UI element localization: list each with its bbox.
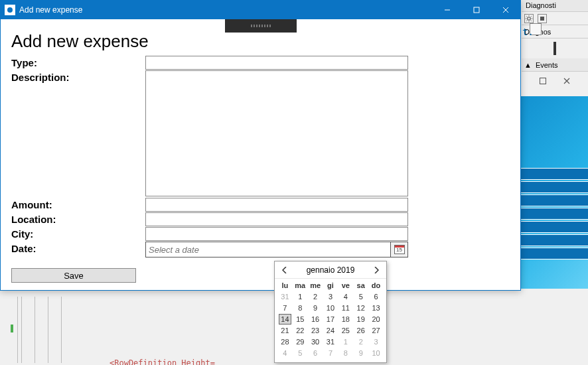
calendar-day[interactable]: 1 — [294, 291, 307, 302]
calendar-day[interactable]: 29 — [294, 336, 307, 347]
titlebar[interactable]: Add new expense — [1, 1, 520, 19]
calendar-dow: lu — [279, 280, 291, 291]
calendar-day[interactable]: 22 — [294, 325, 307, 336]
stop-icon[interactable] — [538, 14, 547, 23]
diagnostics-chart-placeholder — [522, 38, 588, 58]
calendar-day[interactable]: 31 — [325, 336, 337, 347]
calendar-day[interactable]: 24 — [325, 325, 337, 336]
calendar-day[interactable]: 15 — [294, 314, 307, 325]
calendar-day[interactable]: 10 — [370, 348, 382, 358]
calendar-day[interactable]: 6 — [370, 291, 382, 302]
calendar-day[interactable]: 4 — [279, 348, 291, 358]
svg-rect-1 — [540, 17, 544, 21]
gear-icon[interactable] — [524, 14, 534, 23]
svg-rect-5 — [474, 7, 479, 13]
date-picker-button[interactable] — [390, 242, 407, 257]
date-input[interactable] — [146, 242, 390, 257]
calendar-day[interactable]: 7 — [325, 348, 337, 358]
debug-toolbar[interactable] — [225, 19, 297, 33]
calendar-day[interactable]: 3 — [370, 336, 382, 347]
calendar-day[interactable]: 11 — [339, 303, 352, 313]
calendar-title[interactable]: gennaio 2019 — [291, 265, 370, 275]
background-editor-rulers — [12, 297, 78, 363]
calendar-day[interactable]: 5 — [354, 291, 367, 302]
calendar-prev-button[interactable] — [279, 264, 291, 276]
calendar-day[interactable]: 23 — [309, 325, 322, 336]
calendar-day[interactable]: 6 — [309, 348, 322, 358]
background-code-fragment: t. — [522, 27, 534, 37]
calendar-dow: do — [370, 280, 382, 291]
background-change-marker — [11, 325, 13, 332]
calendar-day[interactable]: 9 — [354, 348, 367, 358]
description-label: Description: — [11, 70, 145, 83]
calendar-day[interactable]: 17 — [325, 314, 337, 325]
calendar-day[interactable]: 16 — [309, 314, 322, 325]
amount-input[interactable] — [145, 198, 408, 212]
type-label: Type: — [11, 56, 145, 68]
calendar-dow: me — [309, 280, 322, 291]
calendar-day[interactable]: 5 — [294, 348, 307, 358]
calendar-day[interactable]: 19 — [354, 314, 367, 325]
calendar-day[interactable]: 8 — [294, 303, 307, 313]
calendar-day[interactable]: 2 — [309, 291, 322, 302]
calendar-day[interactable]: 7 — [279, 303, 291, 313]
calendar-day[interactable]: 30 — [309, 336, 322, 347]
calendar-day[interactable]: 9 — [309, 303, 322, 313]
amount-label: Amount: — [11, 198, 145, 210]
save-button[interactable]: Save — [11, 268, 136, 283]
calendar-day[interactable]: 3 — [325, 291, 337, 302]
background-maximize-icon[interactable] — [531, 73, 555, 89]
type-input[interactable] — [145, 56, 408, 70]
calendar-dow: gi — [325, 280, 337, 291]
window-title: Add new expense — [19, 5, 433, 15]
svg-rect-3 — [540, 78, 546, 84]
location-label: Location: — [11, 212, 145, 225]
diagnostics-header: Diagnosti — [522, 0, 588, 12]
maximize-button[interactable] — [462, 1, 491, 19]
calendar-popup: gennaio 2019 lumamegivesado3112345678910… — [274, 261, 387, 363]
add-expense-window: Add new expense Add new expense Type: De… — [0, 0, 521, 291]
date-label: Date: — [11, 242, 145, 254]
calendar-day[interactable]: 1 — [339, 336, 352, 347]
minimize-button[interactable] — [433, 1, 462, 19]
calendar-dow: sa — [354, 280, 367, 291]
svg-rect-2 — [553, 42, 556, 55]
calendar-day[interactable]: 21 — [279, 325, 291, 336]
calendar-icon — [394, 245, 405, 254]
calendar-day[interactable]: 8 — [339, 348, 352, 358]
calendar-day[interactable]: 2 — [354, 336, 367, 347]
calendar-dow: ve — [339, 280, 352, 291]
calendar-day[interactable]: 27 — [370, 325, 382, 336]
calendar-day[interactable]: 26 — [354, 325, 367, 336]
calendar-day[interactable]: 12 — [354, 303, 367, 313]
calendar-dow: ma — [294, 280, 307, 291]
svg-point-4 — [7, 7, 13, 13]
background-code-line: <RowDefinition Height= — [110, 358, 215, 365]
debug-toolbar-grip-icon — [251, 25, 271, 27]
calendar-day[interactable]: 14 — [279, 314, 291, 325]
calendar-day[interactable]: 18 — [339, 314, 352, 325]
app-icon — [5, 5, 15, 15]
background-close-icon[interactable] — [555, 73, 579, 89]
calendar-day[interactable]: 28 — [279, 336, 291, 347]
calendar-day[interactable]: 13 — [370, 303, 382, 313]
calendar-next-button[interactable] — [370, 264, 382, 276]
date-picker — [145, 242, 408, 257]
calendar-day[interactable]: 10 — [325, 303, 337, 313]
calendar-day[interactable]: 4 — [339, 291, 352, 302]
close-button[interactable] — [491, 1, 520, 19]
calendar-day[interactable]: 31 — [279, 291, 291, 302]
events-header[interactable]: ▲ Events — [522, 58, 588, 72]
calendar-day[interactable]: 20 — [370, 314, 382, 325]
calendar-day[interactable]: 25 — [339, 325, 352, 336]
description-input[interactable] — [145, 70, 408, 196]
background-window-controls — [531, 73, 579, 89]
city-label: City: — [11, 227, 145, 240]
caret-right-icon: ▲ — [524, 61, 532, 69]
page-title: Add new expense — [11, 31, 510, 52]
city-input[interactable] — [145, 227, 408, 241]
location-input[interactable] — [145, 212, 408, 226]
svg-point-0 — [528, 17, 531, 20]
